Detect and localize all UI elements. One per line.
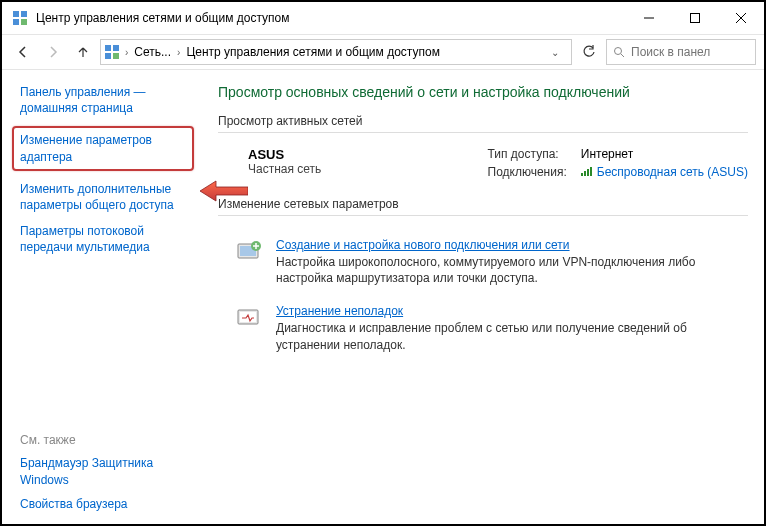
active-networks-label: Просмотр активных сетей	[218, 114, 748, 132]
troubleshoot-link[interactable]: Устранение неполадок	[276, 304, 748, 318]
sidebar-browser-link[interactable]: Свойства браузера	[20, 496, 190, 512]
svg-rect-9	[113, 45, 119, 51]
search-field[interactable]	[631, 45, 749, 59]
svg-rect-15	[584, 171, 586, 176]
sidebar-sharing-link[interactable]: Изменить дополнительные параметры общего…	[20, 181, 190, 213]
sidebar-adapter-link[interactable]: Изменение параметров адаптера	[20, 132, 186, 164]
network-type: Частная сеть	[248, 162, 458, 176]
new-connection-desc: Настройка широкополосного, коммутируемог…	[276, 254, 748, 286]
wifi-icon	[581, 165, 593, 176]
sidebar-home-link[interactable]: Панель управления — домашняя страница	[20, 84, 190, 116]
svg-line-13	[621, 54, 624, 57]
breadcrumb-part[interactable]: Центр управления сетями и общим доступом	[186, 45, 440, 59]
new-connection-link[interactable]: Создание и настройка нового подключения …	[276, 238, 748, 252]
svg-rect-2	[13, 19, 19, 25]
svg-point-12	[615, 48, 622, 55]
svg-rect-14	[581, 173, 583, 176]
network-name: ASUS	[248, 147, 458, 162]
change-settings-label: Изменение сетевых параметров	[218, 197, 748, 215]
access-type-label: Тип доступа:	[488, 147, 567, 161]
connection-name: Беспроводная сеть (ASUS)	[597, 165, 748, 179]
breadcrumb-part[interactable]: Сеть...	[134, 45, 171, 59]
nav-forward-button[interactable]	[40, 39, 66, 65]
svg-rect-3	[21, 19, 27, 25]
troubleshoot-icon	[236, 304, 264, 332]
svg-rect-16	[587, 169, 589, 176]
seealso-heading: См. также	[20, 433, 190, 447]
search-icon	[613, 46, 625, 58]
svg-rect-10	[105, 53, 111, 59]
svg-rect-17	[590, 167, 592, 176]
connection-link[interactable]: Беспроводная сеть (ASUS)	[581, 165, 748, 179]
nav-back-button[interactable]	[10, 39, 36, 65]
svg-rect-5	[691, 14, 700, 23]
new-connection-icon	[236, 238, 264, 266]
troubleshoot-desc: Диагностика и исправление проблем с сеть…	[276, 320, 748, 352]
access-type-value: Интернет	[581, 147, 748, 161]
chevron-right-icon: ›	[123, 47, 130, 58]
close-button[interactable]	[718, 3, 764, 33]
annotation-arrow	[198, 179, 248, 203]
app-icon	[12, 10, 28, 26]
minimize-button[interactable]	[626, 3, 672, 33]
svg-rect-11	[113, 53, 119, 59]
chevron-right-icon: ›	[175, 47, 182, 58]
connections-label: Подключения:	[488, 165, 567, 179]
chevron-down-icon[interactable]: ⌄	[543, 47, 567, 58]
svg-rect-8	[105, 45, 111, 51]
svg-rect-1	[21, 11, 27, 17]
breadcrumb-icon	[105, 45, 119, 59]
svg-rect-22	[240, 312, 256, 322]
nav-up-button[interactable]	[70, 39, 96, 65]
window-title: Центр управления сетями и общим доступом	[36, 11, 626, 25]
svg-rect-0	[13, 11, 19, 17]
highlighted-link-box: Изменение параметров адаптера	[12, 126, 194, 170]
refresh-button[interactable]	[576, 39, 602, 65]
maximize-button[interactable]	[672, 3, 718, 33]
search-input[interactable]	[606, 39, 756, 65]
sidebar-media-link[interactable]: Параметры потоковой передачи мультимедиа	[20, 223, 190, 255]
page-heading: Просмотр основных сведений о сети и наст…	[218, 84, 748, 100]
breadcrumb[interactable]: › Сеть... › Центр управления сетями и об…	[100, 39, 572, 65]
sidebar-firewall-link[interactable]: Брандмауэр Защитника Windows	[20, 455, 190, 487]
